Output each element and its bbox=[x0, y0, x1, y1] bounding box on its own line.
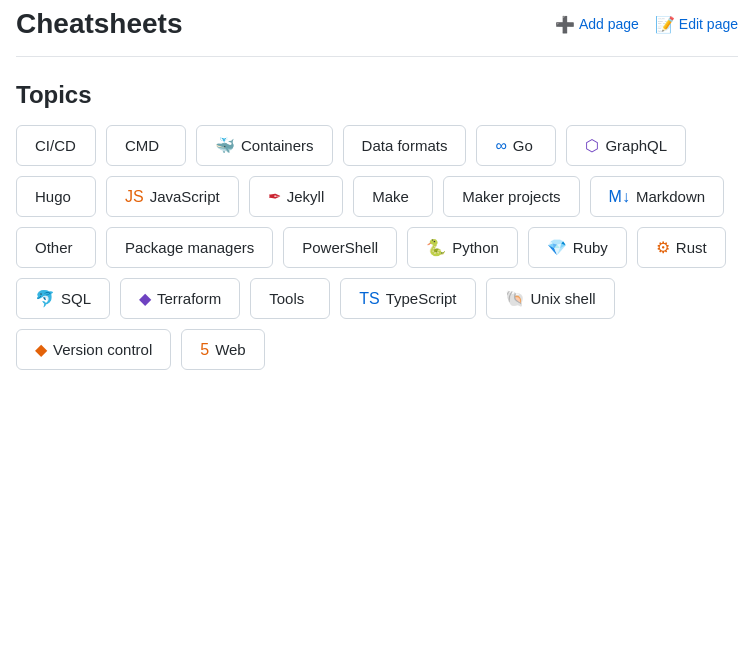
topic-chip-sql[interactable]: 🐬SQL bbox=[16, 278, 110, 319]
topic-label-sql: SQL bbox=[61, 290, 91, 307]
topic-chip-make[interactable]: Make bbox=[353, 176, 433, 217]
topic-label-package-managers: Package managers bbox=[125, 239, 254, 256]
version-control-icon: ◆ bbox=[35, 340, 47, 359]
topic-chip-ruby[interactable]: 💎Ruby bbox=[528, 227, 627, 268]
topic-label-unix-shell: Unix shell bbox=[531, 290, 596, 307]
go-icon: ∞ bbox=[495, 137, 506, 155]
topic-label-go: Go bbox=[513, 137, 533, 154]
terraform-icon: ◆ bbox=[139, 289, 151, 308]
topics-section-title: Topics bbox=[16, 81, 738, 109]
containers-icon: 🐳 bbox=[215, 136, 235, 155]
topic-chip-go[interactable]: ∞Go bbox=[476, 125, 556, 166]
topic-chip-javascript[interactable]: JSJavaScript bbox=[106, 176, 239, 217]
python-icon: 🐍 bbox=[426, 238, 446, 257]
topic-label-python: Python bbox=[452, 239, 499, 256]
topic-chip-jekyll[interactable]: ✒Jekyll bbox=[249, 176, 344, 217]
topic-chip-graphql[interactable]: ⬡GraphQL bbox=[566, 125, 686, 166]
topic-label-rust: Rust bbox=[676, 239, 707, 256]
topic-chip-python[interactable]: 🐍Python bbox=[407, 227, 518, 268]
unix-shell-icon: 🐚 bbox=[505, 289, 525, 308]
topic-label-jekyll: Jekyll bbox=[287, 188, 325, 205]
topic-chip-typescript[interactable]: TSTypeScript bbox=[340, 278, 475, 319]
topic-label-javascript: JavaScript bbox=[150, 188, 220, 205]
add-page-button[interactable]: ➕ Add page bbox=[555, 15, 639, 34]
rust-icon: ⚙ bbox=[656, 238, 670, 257]
topic-label-ci-cd: CI/CD bbox=[35, 137, 76, 154]
page-title: Cheatsheets bbox=[16, 8, 183, 40]
add-page-icon: ➕ bbox=[555, 15, 575, 34]
topic-chip-package-managers[interactable]: Package managers bbox=[106, 227, 273, 268]
topic-chip-maker-projects[interactable]: Maker projects bbox=[443, 176, 579, 217]
topic-label-typescript: TypeScript bbox=[386, 290, 457, 307]
topic-chip-hugo[interactable]: Hugo bbox=[16, 176, 96, 217]
topic-chip-powershell[interactable]: PowerShell bbox=[283, 227, 397, 268]
topic-chip-unix-shell[interactable]: 🐚Unix shell bbox=[486, 278, 615, 319]
topic-label-version-control: Version control bbox=[53, 341, 152, 358]
edit-page-icon: 📝 bbox=[655, 15, 675, 34]
topic-chip-rust[interactable]: ⚙Rust bbox=[637, 227, 726, 268]
topic-label-other: Other bbox=[35, 239, 73, 256]
topic-label-web: Web bbox=[215, 341, 246, 358]
topic-chip-cmd[interactable]: CMD bbox=[106, 125, 186, 166]
topic-label-ruby: Ruby bbox=[573, 239, 608, 256]
topic-label-graphql: GraphQL bbox=[605, 137, 667, 154]
topic-chip-ci-cd[interactable]: CI/CD bbox=[16, 125, 96, 166]
javascript-icon: JS bbox=[125, 188, 144, 206]
topic-label-data-formats: Data formats bbox=[362, 137, 448, 154]
topic-chip-data-formats[interactable]: Data formats bbox=[343, 125, 467, 166]
topic-chip-web[interactable]: 5Web bbox=[181, 329, 264, 370]
topic-label-markdown: Markdown bbox=[636, 188, 705, 205]
topic-label-maker-projects: Maker projects bbox=[462, 188, 560, 205]
ruby-icon: 💎 bbox=[547, 238, 567, 257]
topic-label-tools: Tools bbox=[269, 290, 304, 307]
topic-chip-markdown[interactable]: M↓Markdown bbox=[590, 176, 725, 217]
typescript-icon: TS bbox=[359, 290, 379, 308]
edit-page-button[interactable]: 📝 Edit page bbox=[655, 15, 738, 34]
topic-chip-terraform[interactable]: ◆Terraform bbox=[120, 278, 240, 319]
topic-label-terraform: Terraform bbox=[157, 290, 221, 307]
sql-icon: 🐬 bbox=[35, 289, 55, 308]
topic-chip-containers[interactable]: 🐳Containers bbox=[196, 125, 333, 166]
jekyll-icon: ✒ bbox=[268, 187, 281, 206]
topics-grid: CI/CDCMD🐳ContainersData formats∞Go⬡Graph… bbox=[16, 125, 738, 370]
header-actions: ➕ Add page 📝 Edit page bbox=[555, 15, 738, 34]
markdown-icon: M↓ bbox=[609, 188, 630, 206]
graphql-icon: ⬡ bbox=[585, 136, 599, 155]
topic-label-containers: Containers bbox=[241, 137, 314, 154]
topic-label-hugo: Hugo bbox=[35, 188, 71, 205]
header-bar: Cheatsheets ➕ Add page 📝 Edit page bbox=[16, 0, 738, 57]
web-icon: 5 bbox=[200, 341, 209, 359]
topic-chip-other[interactable]: Other bbox=[16, 227, 96, 268]
topic-label-make: Make bbox=[372, 188, 409, 205]
topic-chip-tools[interactable]: Tools bbox=[250, 278, 330, 319]
topic-label-cmd: CMD bbox=[125, 137, 159, 154]
topic-label-powershell: PowerShell bbox=[302, 239, 378, 256]
topic-chip-version-control[interactable]: ◆Version control bbox=[16, 329, 171, 370]
